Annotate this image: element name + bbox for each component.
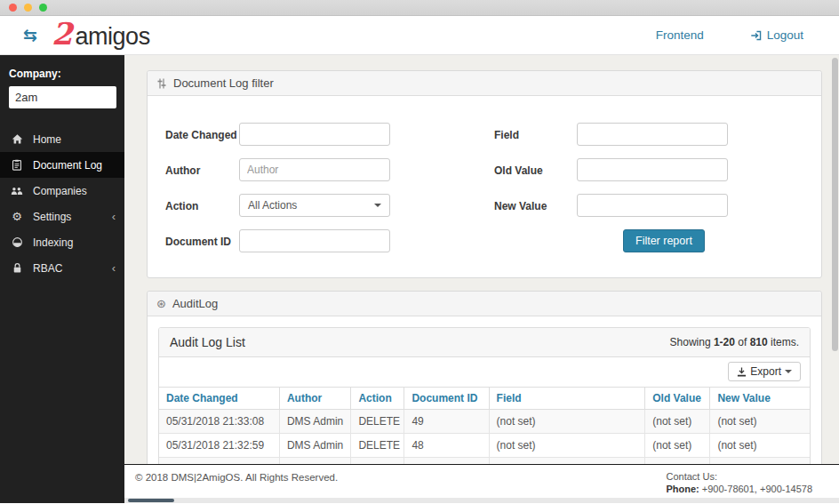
- column-header-date-changed[interactable]: Date Changed: [159, 388, 279, 410]
- column-header-document-id[interactable]: Document ID: [404, 388, 489, 410]
- contact-info: Contact Us: Phone: +900-78601, +900-1457…: [666, 470, 812, 498]
- table-row[interactable]: 05/31/2018 21:33:08 DMS Admin DELETE 49 …: [159, 410, 810, 434]
- chevron-left-icon: ‹: [112, 210, 116, 223]
- document-id-input[interactable]: [239, 229, 390, 252]
- audit-log-list-title: Audit Log List: [170, 335, 245, 349]
- window-titlebar: [0, 0, 839, 16]
- circled-asterisk-icon: ⊛: [156, 298, 166, 309]
- filter-panel-title: Document Log filter: [173, 76, 274, 90]
- copyright-text: © 2018 DMS|2AmigOS. All Rights Reserved.: [135, 470, 338, 498]
- gear-icon: ⚙: [11, 211, 23, 222]
- sidebar-item-label: Companies: [33, 185, 87, 197]
- sidebar: Company: Home Document Log Companies: [0, 55, 124, 503]
- column-header-action[interactable]: Action: [351, 388, 404, 410]
- field-label: Field: [494, 123, 577, 146]
- sidebar-item-label: Indexing: [33, 236, 73, 249]
- caret-down-icon: [374, 204, 381, 211]
- sidebar-item-rbac[interactable]: RBAC ‹: [0, 255, 124, 281]
- document-id-label: Document ID: [165, 229, 239, 252]
- window-close-icon[interactable]: [9, 4, 17, 12]
- sliders-icon: [156, 78, 167, 89]
- sidebar-item-home[interactable]: Home: [0, 126, 124, 152]
- sidebar-item-label: Home: [33, 133, 61, 146]
- contact-phone: Phone: +900-78601, +900-14578: [666, 483, 812, 495]
- date-changed-label: Date Changed: [165, 123, 239, 146]
- brand-logo[interactable]: 2 amigos: [52, 20, 150, 51]
- sidebar-item-document-log[interactable]: Document Log: [0, 152, 124, 178]
- chevron-left-icon: ‹: [112, 261, 116, 275]
- audit-log-list-panel: Audit Log List Showing 1-20 of 810 items…: [158, 327, 811, 483]
- caret-down-icon: [785, 370, 792, 377]
- sidebar-item-label: RBAC: [33, 262, 62, 275]
- action-select[interactable]: All Actions: [239, 194, 390, 217]
- app-header: ⇆ 2 amigos Frontend Logout: [0, 16, 839, 55]
- lock-icon: [11, 262, 23, 274]
- home-icon: [11, 133, 23, 145]
- items-summary: Showing 1-20 of 810 items.: [670, 336, 799, 348]
- sidebar-item-companies[interactable]: Companies: [0, 178, 124, 204]
- auditlog-panel-heading: ⊛ AuditLog: [148, 292, 821, 316]
- action-label: Action: [165, 194, 239, 217]
- filter-report-button[interactable]: Filter report: [623, 229, 705, 252]
- frontend-link[interactable]: Frontend: [656, 28, 704, 42]
- auditlog-panel-title: AuditLog: [172, 297, 218, 310]
- column-header-old-value[interactable]: Old Value: [645, 388, 710, 410]
- sidebar-item-indexing[interactable]: Indexing: [0, 229, 124, 255]
- download-icon: [737, 367, 747, 377]
- old-value-input[interactable]: [577, 158, 728, 181]
- field-input[interactable]: [577, 123, 728, 146]
- vertical-scrollbar-thumb[interactable]: [832, 58, 838, 351]
- sidebar-item-settings[interactable]: ⚙ Settings ‹: [0, 204, 124, 229]
- new-value-input[interactable]: [577, 194, 728, 217]
- window-maximize-icon[interactable]: [39, 4, 47, 12]
- author-label: Author: [165, 158, 239, 181]
- author-input[interactable]: [239, 158, 390, 181]
- column-header-field[interactable]: Field: [489, 388, 645, 410]
- swap-arrows-icon[interactable]: ⇆: [23, 27, 37, 44]
- company-input[interactable]: [9, 86, 116, 108]
- horizontal-scrollbar-track[interactable]: [124, 498, 839, 503]
- table-header-row: Date Changed Author Action Document ID F…: [159, 388, 810, 410]
- clipboard-icon: [11, 159, 23, 171]
- window-minimize-icon[interactable]: [24, 4, 32, 12]
- company-label: Company:: [9, 68, 116, 80]
- export-button[interactable]: Export: [728, 362, 801, 381]
- logout-icon: [750, 29, 763, 42]
- app-footer: © 2018 DMS|2AmigOS. All Rights Reserved.…: [124, 464, 839, 498]
- new-value-label: New Value: [494, 194, 577, 217]
- indexing-icon: [11, 236, 23, 248]
- logo-number: 2: [52, 20, 73, 48]
- column-header-author[interactable]: Author: [279, 388, 351, 410]
- document-log-filter-panel: Document Log filter Date Changed Author: [147, 70, 822, 278]
- logo-text: amigos: [76, 23, 150, 51]
- horizontal-scrollbar-thumb[interactable]: [128, 499, 174, 502]
- users-icon: [11, 186, 23, 196]
- main-area: Document Log filter Date Changed Author: [124, 55, 839, 503]
- old-value-label: Old Value: [494, 158, 577, 181]
- column-header-new-value[interactable]: New Value: [710, 388, 810, 410]
- filter-panel-heading: Document Log filter: [148, 71, 821, 96]
- sidebar-item-label: Document Log: [33, 159, 102, 172]
- table-row[interactable]: 05/31/2018 21:32:59 DMS Admin DELETE 48 …: [159, 434, 810, 458]
- contact-title: Contact Us:: [666, 470, 812, 483]
- date-changed-input[interactable]: [239, 123, 390, 146]
- sidebar-item-label: Settings: [33, 211, 71, 223]
- logout-link[interactable]: Logout: [750, 28, 803, 42]
